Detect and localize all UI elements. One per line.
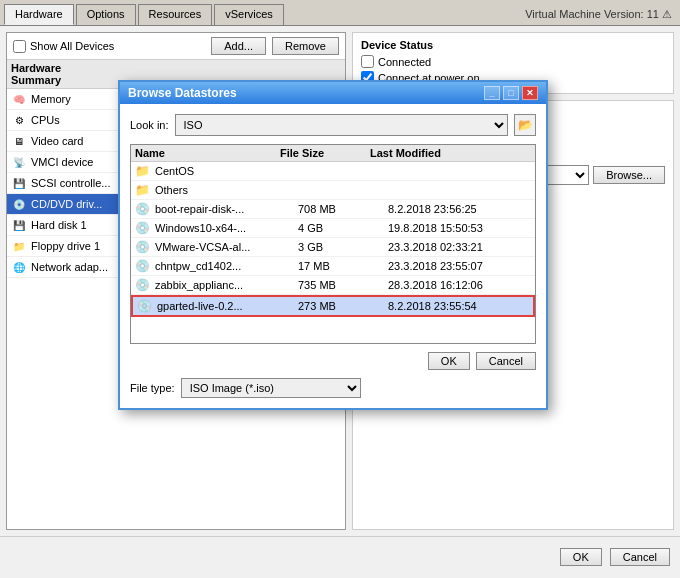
modal-title: Browse Datastores [128, 86, 237, 100]
bottom-bar: OK Cancel [0, 536, 680, 576]
file-icon: 💿 [135, 278, 155, 292]
tab-hardware[interactable]: Hardware [4, 4, 74, 25]
file-modified: 23.3.2018 23:55:07 [388, 260, 531, 272]
modal-ok-button[interactable]: OK [428, 352, 470, 370]
file-modified: 8.2.2018 23:56:25 [388, 203, 531, 215]
hw-icon: 💿 [11, 196, 27, 212]
browse-button[interactable]: Browse... [593, 166, 665, 184]
remove-button[interactable]: Remove [272, 37, 339, 55]
file-name: Windows10-x64-... [155, 222, 298, 234]
file-row[interactable]: 📁 CentOS [131, 162, 535, 181]
hw-icon: 🖥 [11, 133, 27, 149]
connected-row: Connected [361, 55, 665, 68]
folder-up-icon[interactable]: 📂 [514, 114, 536, 136]
show-all-label[interactable]: Show All Devices [13, 40, 114, 53]
connected-checkbox[interactable] [361, 55, 374, 68]
modal-ok-row: OK Cancel [130, 352, 536, 370]
file-modified: 28.3.2018 16:12:06 [388, 279, 531, 291]
file-size: 735 MB [298, 279, 388, 291]
file-size: 273 MB [298, 300, 388, 312]
add-remove-bar: Show All Devices Add... Remove [7, 33, 345, 60]
file-size: 17 MB [298, 260, 388, 272]
ok-button[interactable]: OK [560, 548, 602, 566]
tab-bar: Hardware Options Resources vServices Vir… [0, 0, 680, 26]
hw-icon: 📡 [11, 154, 27, 170]
file-type-label: File type: [130, 382, 175, 394]
file-row[interactable]: 💿 boot-repair-disk-... 708 MB 8.2.2018 2… [131, 200, 535, 219]
modal-titlebar: Browse Datastores _ □ ✕ [120, 82, 546, 104]
hw-icon: ⚙ [11, 112, 27, 128]
hw-icon: 📁 [11, 238, 27, 254]
version-label: Virtual Machine Version: 11 ⚠ [517, 4, 680, 25]
file-icon: 💿 [135, 259, 155, 273]
file-name: CentOS [155, 165, 298, 177]
connected-label: Connected [378, 56, 431, 68]
file-name: VMware-VCSA-al... [155, 241, 298, 253]
file-list[interactable]: Name File Size Last Modified 📁 CentOS 📁 … [130, 144, 536, 344]
file-icon: 💿 [135, 240, 155, 254]
hw-icon: 🌐 [11, 259, 27, 275]
browse-datastores-modal: Browse Datastores _ □ ✕ Look in: ISO 📂 N… [118, 80, 548, 410]
modal-body: Look in: ISO 📂 Name File Size Last Modif… [120, 104, 546, 408]
file-type-select[interactable]: ISO Image (*.iso)All Files (*.*) [181, 378, 361, 398]
file-type-row: File type: ISO Image (*.iso)All Files (*… [130, 378, 536, 398]
show-all-checkbox[interactable] [13, 40, 26, 53]
file-modified: 8.2.2018 23:55:54 [388, 300, 529, 312]
file-row[interactable]: 📁 Others [131, 181, 535, 200]
file-row[interactable]: 💿 zabbix_applianc... 735 MB 28.3.2018 16… [131, 276, 535, 295]
modal-controls: _ □ ✕ [484, 86, 538, 100]
tab-vservices[interactable]: vServices [214, 4, 284, 25]
file-icon: 📁 [135, 164, 155, 178]
file-modified: 19.8.2018 15:50:53 [388, 222, 531, 234]
file-size: 708 MB [298, 203, 388, 215]
close-button[interactable]: ✕ [522, 86, 538, 100]
file-name: zabbix_applianc... [155, 279, 298, 291]
device-status-title: Device Status [361, 39, 665, 51]
file-row[interactable]: 💿 VMware-VCSA-al... 3 GB 23.3.2018 02:33… [131, 238, 535, 257]
look-in-row: Look in: ISO 📂 [130, 114, 536, 136]
file-modified: 23.3.2018 02:33:21 [388, 241, 531, 253]
add-button[interactable]: Add... [211, 37, 266, 55]
cancel-button[interactable]: Cancel [610, 548, 670, 566]
file-size: 3 GB [298, 241, 388, 253]
tab-options[interactable]: Options [76, 4, 136, 25]
file-name: Others [155, 184, 298, 196]
file-icon: 💿 [135, 202, 155, 216]
hw-icon: 🧠 [11, 91, 27, 107]
tab-resources[interactable]: Resources [138, 4, 213, 25]
file-icon: 📁 [135, 183, 155, 197]
file-name: chntpw_cd1402... [155, 260, 298, 272]
look-in-label: Look in: [130, 119, 169, 131]
file-list-header: Name File Size Last Modified [131, 145, 535, 162]
modal-cancel-button[interactable]: Cancel [476, 352, 536, 370]
file-icon: 💿 [135, 221, 155, 235]
file-name: boot-repair-disk-... [155, 203, 298, 215]
minimize-button[interactable]: _ [484, 86, 500, 100]
file-row[interactable]: 💿 Windows10-x64-... 4 GB 19.8.2018 15:50… [131, 219, 535, 238]
file-row[interactable]: 💿 gparted-live-0.2... 273 MB 8.2.2018 23… [131, 295, 535, 317]
look-in-select[interactable]: ISO [175, 114, 508, 136]
file-row[interactable]: 💿 chntpw_cd1402... 17 MB 23.3.2018 23:55… [131, 257, 535, 276]
hw-icon: 💾 [11, 217, 27, 233]
file-icon: 💿 [137, 299, 157, 313]
maximize-button[interactable]: □ [503, 86, 519, 100]
file-size: 4 GB [298, 222, 388, 234]
file-name: gparted-live-0.2... [157, 300, 298, 312]
hw-icon: 💾 [11, 175, 27, 191]
